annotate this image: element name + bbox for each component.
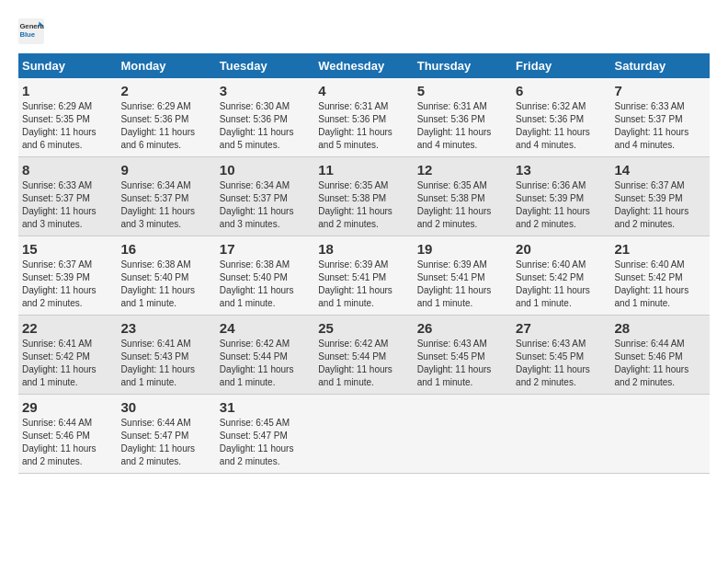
svg-text:Blue: Blue: [19, 30, 35, 39]
day-info: Sunrise: 6:45 AM Sunset: 5:47 PM Dayligh…: [220, 417, 311, 468]
day-info: Sunrise: 6:41 AM Sunset: 5:43 PM Dayligh…: [120, 338, 211, 389]
day-number: 11: [318, 162, 409, 178]
day-info: Sunrise: 6:36 AM Sunset: 5:39 PM Dayligh…: [516, 179, 607, 231]
calendar-cell: 3 Sunrise: 6:30 AM Sunset: 5:36 PM Dayli…: [216, 78, 314, 157]
day-info: Sunrise: 6:33 AM Sunset: 5:37 PM Dayligh…: [22, 179, 113, 231]
day-info: Sunrise: 6:35 AM Sunset: 5:38 PM Dayligh…: [417, 179, 508, 231]
day-info: Sunrise: 6:40 AM Sunset: 5:42 PM Dayligh…: [615, 259, 706, 310]
day-info: Sunrise: 6:38 AM Sunset: 5:40 PM Dayligh…: [220, 259, 311, 310]
day-info: Sunrise: 6:41 AM Sunset: 5:42 PM Dayligh…: [22, 338, 113, 389]
day-info: Sunrise: 6:31 AM Sunset: 5:36 PM Dayligh…: [318, 100, 409, 152]
calendar-cell: 21 Sunrise: 6:40 AM Sunset: 5:42 PM Dayl…: [611, 236, 710, 316]
day-info: Sunrise: 6:30 AM Sunset: 5:36 PM Dayligh…: [220, 100, 311, 152]
day-number: 18: [318, 241, 409, 257]
day-number: 15: [22, 241, 113, 257]
calendar-week-row: 15 Sunrise: 6:37 AM Sunset: 5:39 PM Dayl…: [18, 236, 710, 316]
day-number: 20: [516, 241, 607, 257]
calendar-cell: 20 Sunrise: 6:40 AM Sunset: 5:42 PM Dayl…: [512, 236, 610, 316]
day-info: Sunrise: 6:32 AM Sunset: 5:36 PM Dayligh…: [516, 100, 607, 152]
calendar-cell: 26 Sunrise: 6:43 AM Sunset: 5:45 PM Dayl…: [414, 316, 512, 395]
calendar-week-row: 22 Sunrise: 6:41 AM Sunset: 5:42 PM Dayl…: [18, 316, 710, 395]
day-number: 23: [120, 320, 211, 336]
calendar-cell: 4 Sunrise: 6:31 AM Sunset: 5:36 PM Dayli…: [314, 78, 413, 157]
calendar-cell: 30 Sunrise: 6:44 AM Sunset: 5:47 PM Dayl…: [117, 395, 215, 474]
day-number: 25: [318, 320, 409, 336]
calendar-cell: 28 Sunrise: 6:44 AM Sunset: 5:46 PM Dayl…: [611, 316, 710, 395]
day-info: Sunrise: 6:44 AM Sunset: 5:47 PM Dayligh…: [120, 417, 211, 468]
header-friday: Friday: [512, 53, 610, 78]
day-info: Sunrise: 6:29 AM Sunset: 5:36 PM Dayligh…: [120, 100, 211, 152]
day-number: 5: [417, 83, 508, 98]
logo: General Blue: [18, 18, 48, 44]
day-number: 6: [516, 83, 607, 98]
day-number: 1: [22, 83, 113, 98]
day-number: 29: [22, 399, 113, 415]
calendar-cell: 29 Sunrise: 6:44 AM Sunset: 5:46 PM Dayl…: [18, 395, 117, 474]
day-number: 7: [615, 83, 706, 98]
day-info: Sunrise: 6:39 AM Sunset: 5:41 PM Dayligh…: [318, 259, 409, 310]
header-sunday: Sunday: [18, 53, 117, 78]
day-number: 24: [220, 320, 311, 336]
day-number: 19: [417, 241, 508, 257]
calendar-cell: 16 Sunrise: 6:38 AM Sunset: 5:40 PM Dayl…: [117, 236, 215, 316]
page-header: General Blue: [18, 18, 710, 44]
day-info: Sunrise: 6:38 AM Sunset: 5:40 PM Dayligh…: [120, 259, 211, 310]
header-saturday: Saturday: [611, 53, 710, 78]
day-info: Sunrise: 6:40 AM Sunset: 5:42 PM Dayligh…: [516, 259, 607, 310]
day-info: Sunrise: 6:42 AM Sunset: 5:44 PM Dayligh…: [318, 338, 409, 389]
calendar-week-row: 29 Sunrise: 6:44 AM Sunset: 5:46 PM Dayl…: [18, 395, 710, 474]
day-info: Sunrise: 6:35 AM Sunset: 5:38 PM Dayligh…: [318, 179, 409, 231]
calendar-cell: 2 Sunrise: 6:29 AM Sunset: 5:36 PM Dayli…: [117, 78, 215, 157]
day-info: Sunrise: 6:43 AM Sunset: 5:45 PM Dayligh…: [417, 338, 508, 389]
calendar-cell: 8 Sunrise: 6:33 AM Sunset: 5:37 PM Dayli…: [18, 157, 117, 236]
day-number: 17: [220, 241, 311, 257]
calendar-cell: 15 Sunrise: 6:37 AM Sunset: 5:39 PM Dayl…: [18, 236, 117, 316]
day-number: 8: [22, 162, 113, 178]
calendar-cell: [314, 395, 413, 474]
day-number: 9: [120, 162, 211, 178]
calendar-cell: 7 Sunrise: 6:33 AM Sunset: 5:37 PM Dayli…: [611, 78, 710, 157]
day-info: Sunrise: 6:39 AM Sunset: 5:41 PM Dayligh…: [417, 259, 508, 310]
day-header-row: Sunday Monday Tuesday Wednesday Thursday…: [18, 53, 710, 78]
calendar-cell: 27 Sunrise: 6:43 AM Sunset: 5:45 PM Dayl…: [512, 316, 610, 395]
day-number: 14: [615, 162, 706, 178]
day-number: 4: [318, 83, 409, 98]
day-number: 21: [615, 241, 706, 257]
day-info: Sunrise: 6:31 AM Sunset: 5:36 PM Dayligh…: [417, 100, 508, 152]
calendar-cell: 6 Sunrise: 6:32 AM Sunset: 5:36 PM Dayli…: [512, 78, 610, 157]
header-thursday: Thursday: [414, 53, 512, 78]
day-number: 12: [417, 162, 508, 178]
day-info: Sunrise: 6:37 AM Sunset: 5:39 PM Dayligh…: [615, 179, 706, 231]
day-number: 30: [120, 399, 211, 415]
day-info: Sunrise: 6:34 AM Sunset: 5:37 PM Dayligh…: [120, 179, 211, 231]
day-number: 10: [220, 162, 311, 178]
day-number: 26: [417, 320, 508, 336]
calendar-cell: 13 Sunrise: 6:36 AM Sunset: 5:39 PM Dayl…: [512, 157, 610, 236]
calendar-cell: 23 Sunrise: 6:41 AM Sunset: 5:43 PM Dayl…: [117, 316, 215, 395]
day-info: Sunrise: 6:43 AM Sunset: 5:45 PM Dayligh…: [516, 338, 607, 389]
calendar-cell: 22 Sunrise: 6:41 AM Sunset: 5:42 PM Dayl…: [18, 316, 117, 395]
day-number: 13: [516, 162, 607, 178]
calendar-cell: 25 Sunrise: 6:42 AM Sunset: 5:44 PM Dayl…: [314, 316, 413, 395]
calendar-cell: 24 Sunrise: 6:42 AM Sunset: 5:44 PM Dayl…: [216, 316, 314, 395]
day-info: Sunrise: 6:29 AM Sunset: 5:35 PM Dayligh…: [22, 100, 113, 152]
day-number: 22: [22, 320, 113, 336]
calendar-week-row: 1 Sunrise: 6:29 AM Sunset: 5:35 PM Dayli…: [18, 78, 710, 157]
calendar-cell: 9 Sunrise: 6:34 AM Sunset: 5:37 PM Dayli…: [117, 157, 215, 236]
day-number: 16: [120, 241, 211, 257]
day-info: Sunrise: 6:33 AM Sunset: 5:37 PM Dayligh…: [615, 100, 706, 152]
header-wednesday: Wednesday: [314, 53, 413, 78]
calendar-cell: 19 Sunrise: 6:39 AM Sunset: 5:41 PM Dayl…: [414, 236, 512, 316]
calendar-cell: 14 Sunrise: 6:37 AM Sunset: 5:39 PM Dayl…: [611, 157, 710, 236]
calendar-cell: 31 Sunrise: 6:45 AM Sunset: 5:47 PM Dayl…: [216, 395, 314, 474]
header-tuesday: Tuesday: [216, 53, 314, 78]
calendar-cell: 10 Sunrise: 6:34 AM Sunset: 5:37 PM Dayl…: [216, 157, 314, 236]
day-info: Sunrise: 6:44 AM Sunset: 5:46 PM Dayligh…: [615, 338, 706, 389]
calendar-cell: [512, 395, 610, 474]
day-number: 27: [516, 320, 607, 336]
calendar-cell: [414, 395, 512, 474]
calendar-cell: 11 Sunrise: 6:35 AM Sunset: 5:38 PM Dayl…: [314, 157, 413, 236]
calendar-week-row: 8 Sunrise: 6:33 AM Sunset: 5:37 PM Dayli…: [18, 157, 710, 236]
calendar-cell: 1 Sunrise: 6:29 AM Sunset: 5:35 PM Dayli…: [18, 78, 117, 157]
calendar-cell: 18 Sunrise: 6:39 AM Sunset: 5:41 PM Dayl…: [314, 236, 413, 316]
